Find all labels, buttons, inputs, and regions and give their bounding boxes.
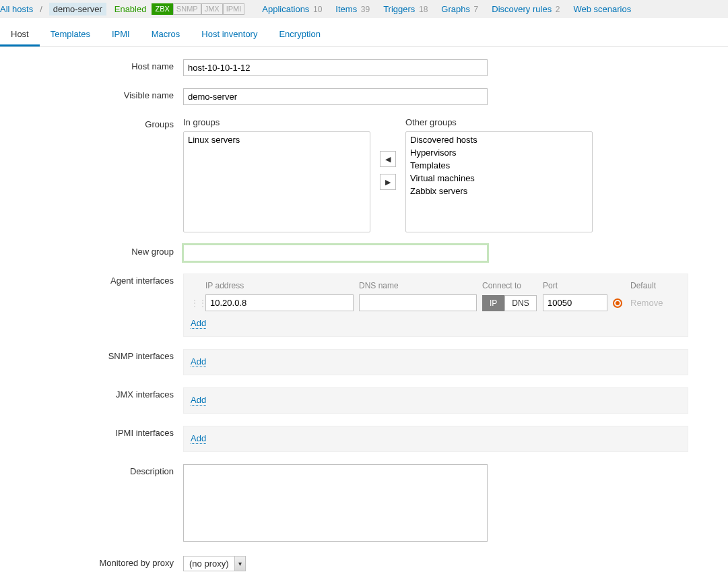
label-visible-name: Visible name [0,88,183,100]
availability-tags: ZBXSNMPJMXIPMI [152,3,244,15]
triangle-left-icon: ◀ [385,155,391,164]
host-form: Host name Visible name Groups In groups … [0,47,728,572]
nav-items-count: 39 [361,5,370,14]
ipmi-interfaces-box: Add [183,426,688,452]
drag-handle-icon[interactable]: ⋮⋮ [191,299,200,307]
host-name-input[interactable] [183,59,488,76]
add-jmx-interface-link[interactable]: Add [191,395,206,406]
label-other-groups: Other groups [405,117,593,127]
zbx-tag: ZBX [152,3,172,15]
new-group-input[interactable] [183,245,488,261]
visible-name-input[interactable] [183,88,488,105]
label-agent-interfaces: Agent interfaces [0,274,183,286]
in-groups-select[interactable]: Linux servers [183,131,370,232]
list-item[interactable]: Linux servers [185,133,368,146]
connect-ip-button[interactable]: IP [482,295,504,311]
connect-dns-button[interactable]: DNS [504,295,536,311]
nav-triggers-label: Triggers [383,4,415,14]
proxy-select-value: (no proxy) [184,557,234,571]
col-port: Port [543,281,607,290]
tab-ipmi[interactable]: IPMI [101,25,141,46]
topnav: Applications 10 Items 39 Triggers 18 Gra… [262,4,631,14]
topbar: All hosts / demo-server Enabled ZBXSNMPJ… [0,0,728,18]
agent-port-input[interactable] [543,294,607,311]
list-item[interactable]: Zabbix servers [407,185,591,197]
jmx-interfaces-box: Add [183,387,688,414]
nav-applications[interactable]: Applications 10 [262,4,322,14]
nav-discovery[interactable]: Discovery rules 2 [492,4,560,14]
status-enabled: Enabled [114,4,147,14]
ipmi-tag: IPMI [223,3,245,15]
description-textarea[interactable] [183,464,488,542]
other-groups-select[interactable]: Discovered hosts Hypervisors Templates V… [405,131,593,232]
label-new-group: New group [0,245,183,257]
default-radio[interactable] [613,298,622,308]
agent-ip-input[interactable] [205,294,354,311]
breadcrumb-current: demo-server [49,3,106,15]
triangle-right-icon: ▶ [385,178,391,187]
col-default: Default [630,281,671,290]
nav-applications-count: 10 [313,5,322,14]
tab-host[interactable]: Host [0,25,40,46]
nav-items[interactable]: Items 39 [335,4,370,14]
label-snmp-interfaces: SNMP interfaces [0,349,183,361]
add-ipmi-interface-link[interactable]: Add [191,433,206,444]
connect-to-toggle: IP DNS [482,295,537,311]
add-snmp-interface-link[interactable]: Add [191,356,206,367]
list-item[interactable]: Hypervisors [407,146,591,159]
remove-interface-link: Remove [630,298,671,308]
nav-items-label: Items [335,4,357,14]
snmp-tag: SNMP [173,3,201,15]
label-jmx-interfaces: JMX interfaces [0,387,183,400]
label-host-name: Host name [0,59,183,71]
nav-graphs-count: 7 [474,5,479,14]
move-left-button[interactable]: ◀ [380,151,396,167]
tab-macros[interactable]: Macros [141,25,191,46]
agent-dns-input[interactable] [359,294,477,311]
snmp-interfaces-box: Add [183,349,688,375]
list-item[interactable]: Virtual machines [407,172,591,185]
list-item[interactable]: Discovered hosts [407,133,591,146]
nav-graphs-label: Graphs [441,4,470,14]
nav-triggers[interactable]: Triggers 18 [383,4,428,14]
tab-host-inventory[interactable]: Host inventory [191,25,268,46]
breadcrumb-separator: / [40,4,42,14]
tab-encryption[interactable]: Encryption [268,25,331,46]
label-ipmi-interfaces: IPMI interfaces [0,426,183,438]
nav-graphs[interactable]: Graphs 7 [441,4,478,14]
add-agent-interface-link[interactable]: Add [191,318,206,329]
label-description: Description [0,464,183,476]
agent-interfaces-box: IP address DNS name Connect to Port Defa… [183,274,688,337]
subtabs: Host Templates IPMI Macros Host inventor… [0,18,728,47]
nav-triggers-count: 18 [419,5,428,14]
col-dns-name: DNS name [359,281,477,290]
label-groups: Groups [0,117,183,129]
nav-discovery-count: 2 [556,5,560,14]
col-connect-to: Connect to [482,281,537,290]
col-ip-address: IP address [205,281,354,290]
agent-interface-row: ⋮⋮ IP DNS Remove [191,294,681,311]
move-right-button[interactable]: ▶ [380,174,396,190]
jmx-tag: JMX [201,3,223,15]
nav-discovery-label: Discovery rules [492,4,552,14]
chevron-down-icon: ▾ [234,557,245,571]
list-item[interactable]: Templates [407,159,591,172]
proxy-select[interactable]: (no proxy) ▾ [183,556,246,571]
tab-templates[interactable]: Templates [40,25,101,46]
label-monitored-by-proxy: Monitored by proxy [0,556,183,568]
nav-web-scenarios[interactable]: Web scenarios [573,4,631,14]
label-in-groups: In groups [183,117,370,127]
nav-applications-label: Applications [262,4,309,14]
breadcrumb-all-hosts[interactable]: All hosts [0,4,33,14]
